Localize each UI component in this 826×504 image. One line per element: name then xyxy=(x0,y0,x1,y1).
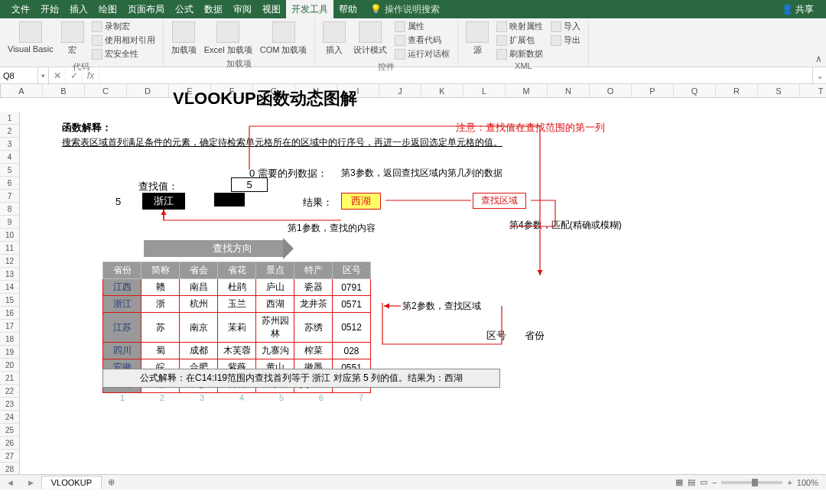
table-cell: 蜀 xyxy=(141,343,180,359)
row-header-20[interactable]: 20 xyxy=(0,359,20,372)
ribbon-icon xyxy=(272,21,295,43)
tab-nav-next-icon[interactable]: ► xyxy=(21,478,41,487)
ribbon-btn-映射属性[interactable]: 映射属性 xyxy=(493,20,546,33)
row-header-6[interactable]: 6 xyxy=(0,177,20,190)
ribbon-btn-扩展包[interactable]: 扩展包 xyxy=(493,34,546,47)
menu-数据[interactable]: 数据 xyxy=(199,0,228,18)
ribbon-btn-刷新数据[interactable]: 刷新数据 xyxy=(493,47,546,60)
menu-插入[interactable]: 插入 xyxy=(64,0,93,18)
ribbon-icon xyxy=(466,21,489,43)
table-cell: 苏州园林 xyxy=(256,313,294,343)
search-hint[interactable]: 💡 操作说明搜索 xyxy=(370,3,440,16)
sheet-tab-bar: ◄ ► VLOOKUP ⊕ ▦ ▤ ▭ − + 100% xyxy=(0,474,826,489)
zoom-slider[interactable] xyxy=(721,481,782,484)
ribbon-btn-查看代码[interactable]: 查看代码 xyxy=(392,34,453,47)
row-header-23[interactable]: 23 xyxy=(0,398,20,411)
row-header-24[interactable]: 24 xyxy=(0,411,20,424)
row-header-2[interactable]: 2 xyxy=(0,125,20,138)
row-header-8[interactable]: 8 xyxy=(0,203,20,216)
menu-审阅[interactable]: 审阅 xyxy=(228,0,257,18)
ribbon-btn-源[interactable]: 源 xyxy=(463,20,492,57)
row-header-14[interactable]: 14 xyxy=(0,281,20,294)
table-cell: 苏绣 xyxy=(294,313,333,343)
ribbon-btn-Visual Basic[interactable]: Visual Basic xyxy=(5,20,57,55)
row-header-11[interactable]: 11 xyxy=(0,242,20,255)
extra-col2: 省份 xyxy=(525,329,545,343)
ribbon-btn-加载项[interactable]: 加载项 xyxy=(168,20,200,57)
spreadsheet-grid[interactable]: ABCDEFGHIJKLMNOPQRST 1234567891011121314… xyxy=(0,84,826,489)
table-header: 景点 xyxy=(256,262,294,279)
ribbon-icon xyxy=(216,21,239,43)
table-header: 特产 xyxy=(294,262,333,279)
table-cell: 杜鹃 xyxy=(218,279,256,296)
view-break-icon[interactable]: ▭ xyxy=(700,477,707,487)
table-cell: 赣 xyxy=(141,279,180,296)
row-header-15[interactable]: 15 xyxy=(0,294,20,307)
share-button[interactable]: 👤 共享 xyxy=(776,3,820,16)
formula-input[interactable] xyxy=(99,67,812,83)
sheet-tab-vlookup[interactable]: VLOOKUP xyxy=(41,476,102,489)
param3-text: 第3参数，返回查找区域内第几列的数据 xyxy=(341,167,502,180)
menu-文件[interactable]: 文件 xyxy=(6,0,35,18)
ribbon-btn-导入[interactable]: 导入 xyxy=(548,20,584,33)
row-header-27[interactable]: 27 xyxy=(0,450,20,463)
menu-开始[interactable]: 开始 xyxy=(35,0,64,18)
row-header-21[interactable]: 21 xyxy=(0,372,20,385)
row-header-5[interactable]: 5 xyxy=(0,164,20,177)
ribbon-btn-录制宏[interactable]: 录制宏 xyxy=(89,20,158,33)
table-cell: 苏 xyxy=(141,313,180,343)
ribbon-btn-插入[interactable]: 插入 xyxy=(320,20,349,57)
add-sheet-icon[interactable]: ⊕ xyxy=(102,477,121,487)
ribbon-btn-COM 加载项[interactable]: COM 加载项 xyxy=(257,20,311,57)
view-layout-icon[interactable]: ▤ xyxy=(688,477,695,487)
ribbon-icon xyxy=(172,21,195,43)
name-box[interactable]: Q8 xyxy=(0,67,38,83)
collapse-ribbon-icon[interactable]: ∧ xyxy=(811,18,826,67)
cancel-icon[interactable]: ✕ xyxy=(49,67,66,83)
row-header-13[interactable]: 13 xyxy=(0,268,20,281)
table-cell: 南京 xyxy=(180,313,218,343)
row-header-16[interactable]: 16 xyxy=(0,307,20,320)
ribbon-btn-Excel 加载项[interactable]: Excel 加载项 xyxy=(201,20,255,57)
menu-视图[interactable]: 视图 xyxy=(257,0,286,18)
cell-area[interactable]: VLOOKUP函数动态图解 函数解释： 注意：查找值在查找范围的第一列 搜索表区… xyxy=(20,84,826,489)
zoom-in-icon[interactable]: + xyxy=(787,478,792,487)
expand-formula-icon[interactable]: ⌄ xyxy=(812,67,826,83)
row-header-4[interactable]: 4 xyxy=(0,151,20,164)
row-header-1[interactable]: 1 xyxy=(0,112,20,125)
ribbon-btn-使用相对引用[interactable]: 使用相对引用 xyxy=(89,34,158,47)
ribbon-icon xyxy=(61,21,84,43)
menu-公式[interactable]: 公式 xyxy=(170,0,199,18)
row-header-3[interactable]: 3 xyxy=(0,138,20,151)
ribbon-btn-宏[interactable]: 宏 xyxy=(58,20,87,57)
menu-绘图[interactable]: 绘图 xyxy=(93,0,122,18)
ribbon-btn-导出[interactable]: 导出 xyxy=(548,34,584,47)
ribbon-btn-设计模式[interactable]: 设计模式 xyxy=(350,20,390,57)
row-header-25[interactable]: 25 xyxy=(0,424,20,437)
ribbon-btn-属性[interactable]: 属性 xyxy=(392,20,453,33)
page-title: VLOOKUP函数动态图解 xyxy=(173,87,357,110)
row-header-22[interactable]: 22 xyxy=(0,385,20,398)
row-header-7[interactable]: 7 xyxy=(0,190,20,203)
row-header-19[interactable]: 19 xyxy=(0,346,20,359)
row-header-9[interactable]: 9 xyxy=(0,216,20,229)
row-header-17[interactable]: 17 xyxy=(0,320,20,333)
menu-帮助[interactable]: 帮助 xyxy=(333,0,363,18)
confirm-icon[interactable]: ✓ xyxy=(66,67,83,83)
fx-icon[interactable]: fx xyxy=(83,67,99,83)
menu-页面布局[interactable]: 页面布局 xyxy=(122,0,170,18)
ribbon-btn-运行对话框[interactable]: 运行对话框 xyxy=(392,47,453,60)
zoom-out-icon[interactable]: − xyxy=(712,478,717,487)
formula-bar: Q8 ▾ ✕ ✓ fx ⌄ xyxy=(0,67,826,84)
ribbon-btn-宏安全性[interactable]: 宏安全性 xyxy=(89,47,158,60)
zoom-level[interactable]: 100% xyxy=(797,478,818,487)
row-header-18[interactable]: 18 xyxy=(0,333,20,346)
row-header-12[interactable]: 12 xyxy=(0,255,20,268)
row-header-26[interactable]: 26 xyxy=(0,437,20,450)
table-row: 江西赣南昌杜鹃庐山瓷器0791 xyxy=(103,279,371,296)
row-header-10[interactable]: 10 xyxy=(0,229,20,242)
view-normal-icon[interactable]: ▦ xyxy=(675,477,683,487)
menu-开发工具[interactable]: 开发工具 xyxy=(286,0,333,18)
tab-nav-prev-icon[interactable]: ◄ xyxy=(0,478,21,487)
name-box-dropdown-icon[interactable]: ▾ xyxy=(38,67,49,83)
